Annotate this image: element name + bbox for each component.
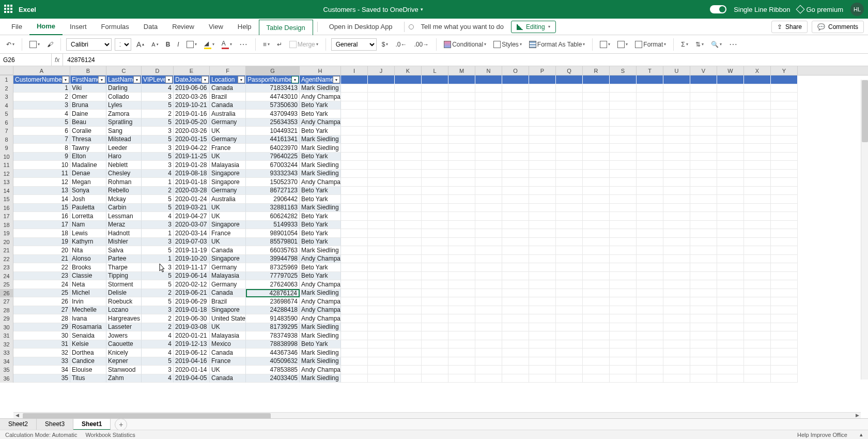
cell[interactable] <box>368 161 395 170</box>
cell[interactable]: Andy Champan <box>300 118 341 127</box>
cell[interactable] <box>448 340 475 349</box>
cell[interactable] <box>744 280 771 289</box>
cell[interactable] <box>690 255 717 264</box>
cell[interactable] <box>637 272 663 281</box>
cell[interactable] <box>583 84 610 93</box>
cell[interactable] <box>556 272 583 281</box>
cell[interactable] <box>690 195 717 204</box>
cell[interactable] <box>663 84 690 93</box>
column-header-V[interactable]: V <box>690 66 717 75</box>
sheet-tab-sheet1[interactable]: Sheet1 <box>73 419 111 430</box>
cell[interactable] <box>502 314 529 323</box>
cell[interactable]: Coralie <box>70 127 106 135</box>
cell[interactable] <box>744 246 771 255</box>
cell[interactable]: 7 <box>13 135 70 144</box>
cell[interactable]: Lyles <box>106 101 142 110</box>
cell[interactable]: Andy Champan <box>300 93 341 101</box>
column-header-Y[interactable]: Y <box>771 66 798 75</box>
cell[interactable]: 2020-01-14 <box>174 366 210 374</box>
cell[interactable] <box>717 75 744 84</box>
cell[interactable]: 3 <box>142 306 174 315</box>
increase-font-button[interactable]: A▴ <box>134 39 146 50</box>
cell[interactable] <box>502 297 529 306</box>
cell[interactable] <box>341 297 368 306</box>
cell[interactable] <box>395 110 422 118</box>
cell[interactable] <box>422 144 448 153</box>
cell[interactable]: Andy Champan <box>300 280 341 289</box>
cell[interactable]: 2019-10-21 <box>174 101 210 110</box>
cell[interactable]: Rebello <box>106 187 142 195</box>
cell[interactable] <box>368 289 395 298</box>
cell[interactable] <box>395 204 422 213</box>
cell[interactable] <box>502 366 529 374</box>
cell[interactable]: 4 <box>142 212 174 221</box>
cell[interactable] <box>690 272 717 281</box>
filter-button[interactable] <box>238 76 245 83</box>
cell[interactable] <box>610 187 637 195</box>
cell[interactable]: UK <box>210 204 246 213</box>
number-format-select[interactable]: General <box>331 38 377 51</box>
cell[interactable]: 26 <box>13 297 70 306</box>
cell[interactable] <box>717 221 744 230</box>
cell[interactable] <box>422 289 448 298</box>
cell[interactable] <box>395 75 422 84</box>
cell[interactable]: 13 <box>13 187 70 195</box>
cell[interactable] <box>610 314 637 323</box>
cell[interactable] <box>529 178 556 187</box>
filter-button[interactable] <box>98 76 105 83</box>
cell[interactable] <box>368 331 395 340</box>
cell[interactable] <box>422 229 448 238</box>
cell[interactable] <box>368 118 395 127</box>
row-header[interactable]: 25 <box>0 280 13 289</box>
cell[interactable] <box>637 110 663 118</box>
cell[interactable] <box>771 289 798 298</box>
cell[interactable]: UK <box>210 323 246 332</box>
cell[interactable]: Rohman <box>106 178 142 187</box>
cell[interactable] <box>448 331 475 340</box>
cell[interactable] <box>448 289 475 298</box>
tab-formulas[interactable]: Formulas <box>94 19 136 35</box>
cell[interactable] <box>744 187 771 195</box>
cell[interactable]: 2906442 <box>246 195 300 204</box>
cell[interactable] <box>610 306 637 315</box>
cell[interactable] <box>395 246 422 255</box>
cell[interactable] <box>556 84 583 93</box>
row-header[interactable]: 13 <box>0 178 13 187</box>
cell[interactable]: 30 <box>13 331 70 340</box>
column-header-L[interactable]: L <box>422 66 448 75</box>
cell[interactable] <box>771 306 798 315</box>
cell[interactable]: 5 <box>142 101 174 110</box>
cell[interactable] <box>368 101 395 110</box>
cell[interactable] <box>502 374 529 383</box>
cell[interactable] <box>744 212 771 221</box>
cell[interactable] <box>690 161 717 170</box>
row-header[interactable]: 26 <box>0 289 13 298</box>
row-header[interactable]: 14 <box>0 187 13 195</box>
cell[interactable] <box>610 212 637 221</box>
cell[interactable] <box>690 110 717 118</box>
cell[interactable] <box>690 84 717 93</box>
currency-button[interactable]: $▾ <box>380 40 391 49</box>
cell[interactable] <box>583 272 610 281</box>
column-header-S[interactable]: S <box>610 66 637 75</box>
cell[interactable]: Brooks <box>70 263 106 272</box>
cell[interactable]: Chesley <box>106 170 142 178</box>
cell[interactable]: 64023970 <box>246 144 300 153</box>
cell[interactable]: Knicely <box>106 349 142 357</box>
cell[interactable] <box>610 101 637 110</box>
cell[interactable]: Partee <box>106 255 142 264</box>
cell[interactable] <box>771 263 798 272</box>
cell[interactable]: United States <box>210 314 246 323</box>
cell[interactable] <box>556 101 583 110</box>
cell[interactable] <box>610 280 637 289</box>
cell[interactable]: 24033405 <box>246 374 300 383</box>
cell[interactable]: Milstead <box>106 135 142 144</box>
cell[interactable]: 4 <box>142 340 174 349</box>
cell[interactable] <box>637 297 663 306</box>
cell[interactable] <box>717 187 744 195</box>
cell[interactable]: Thresa <box>70 135 106 144</box>
cell[interactable] <box>771 187 798 195</box>
cell[interactable] <box>690 349 717 357</box>
cell[interactable] <box>502 135 529 144</box>
cell[interactable] <box>448 161 475 170</box>
